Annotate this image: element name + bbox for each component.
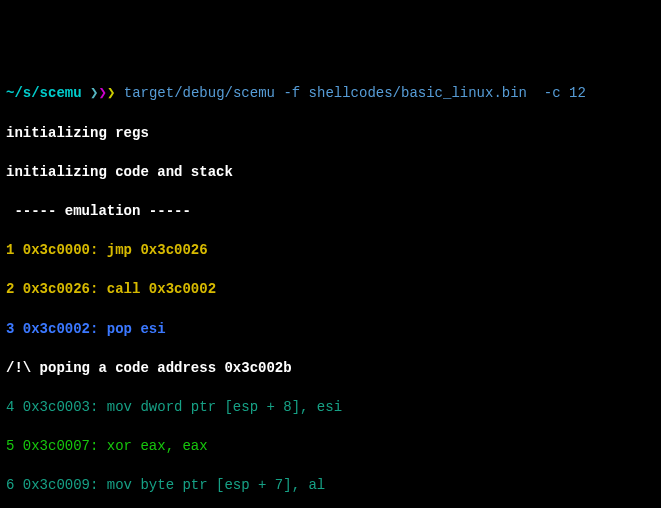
instr-6: 6 0x3c0009: mov byte ptr [esp + 7], al [6, 476, 655, 496]
init-code-stack: initializing code and stack [6, 163, 655, 183]
prompt-line[interactable]: ~/s/scemu ❯❯❯ target/debug/scemu -f shel… [6, 84, 655, 104]
prompt-path: ~/s/scemu [6, 85, 82, 101]
instr-4: 4 0x3c0003: mov dword ptr [esp + 8], esi [6, 398, 655, 418]
emulation-header: ----- emulation ----- [6, 202, 655, 222]
instr-5: 5 0x3c0007: xor eax, eax [6, 437, 655, 457]
warn-pop: /!\ poping a code address 0x3c002b [6, 359, 655, 379]
instr-1: 1 0x3c0000: jmp 0x3c0026 [6, 241, 655, 261]
instr-3: 3 0x3c0002: pop esi [6, 320, 655, 340]
prompt-arrows: ❯❯❯ [90, 85, 115, 101]
init-regs: initializing regs [6, 124, 655, 144]
instr-2: 2 0x3c0026: call 0x3c0002 [6, 280, 655, 300]
command: target/debug/scemu -f shellcodes/basic_l… [124, 85, 586, 101]
